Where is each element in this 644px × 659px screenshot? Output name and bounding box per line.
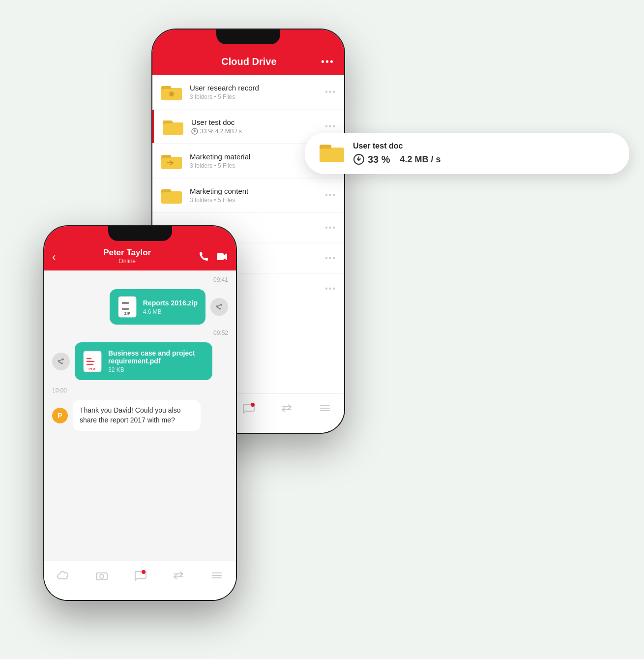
avatar-peter: P [52, 408, 68, 423]
cloud-drive-header: Cloud Drive ••• [152, 51, 344, 75]
file-name-user-research: User research record [190, 84, 318, 92]
cloud-drive-title: Cloud Drive [177, 56, 321, 67]
file-menu-user-test[interactable]: ••• [325, 122, 336, 131]
text-bubble-peter: Thank you David! Could you also share th… [73, 400, 201, 431]
nav-transfer-icon[interactable] [280, 403, 293, 417]
file-meta-user-research: 3 folders • 5 Files [190, 93, 318, 100]
svg-rect-14 [162, 192, 181, 202]
folder-icon-user-research [160, 82, 183, 102]
nav-menu-icon[interactable] [319, 403, 331, 417]
placeholder-dots-1: ••• [325, 223, 336, 232]
svg-text:ZIP: ZIP [124, 311, 131, 316]
chat-timestamp-2: 09:52 [52, 330, 228, 337]
file-item-marketing-content[interactable]: Marketing content 3 folders • 5 Files ••… [152, 179, 344, 212]
share-button-2[interactable] [52, 353, 70, 370]
pdf-file-icon: PDF [83, 351, 102, 372]
nav-menu-icon-front[interactable] [210, 570, 223, 584]
file-name-marketing-material: Marketing material [190, 152, 318, 161]
zip-file-icon: ZIP [117, 296, 137, 318]
notch-front [108, 226, 172, 241]
chat-timestamp-1: 09:41 [52, 276, 228, 284]
nav-chat-icon-front[interactable] [134, 570, 146, 584]
svg-rect-21 [217, 253, 224, 260]
notch-back [216, 30, 280, 44]
chat-message-3: P Thank you David! Could you also share … [52, 400, 228, 431]
zip-file-info: Reports 2016.zip 4.6 MB [143, 299, 198, 315]
tooltip-folder-icon [319, 141, 345, 166]
file-meta-marketing-material: 3 folders • 5 Files [190, 162, 318, 169]
download-circle-icon [353, 153, 365, 165]
svg-rect-7 [164, 123, 182, 133]
file-info-marketing-content: Marketing content 3 folders • 5 Files [190, 187, 318, 204]
header-more-dots[interactable]: ••• [321, 56, 334, 67]
share-button-1[interactable] [210, 298, 228, 316]
file-name-user-test: User test doc [191, 118, 318, 126]
tooltip-percent: 33 % [353, 153, 390, 165]
contact-status: Online [61, 258, 193, 265]
chat-message-1: ZIP Reports 2016.zip 4.6 MB [52, 289, 228, 325]
tooltip-speed: 4.2 MB / s [400, 154, 441, 165]
chat-message-2: PDF Business case and project requiremen… [52, 342, 228, 380]
nav-camera-icon-front[interactable] [95, 570, 108, 584]
chat-body: 09:41 ZIP Reports 2016.zip 4.6 MB [44, 270, 236, 600]
nav-transfer-icon-front[interactable] [172, 570, 185, 584]
placeholder-dots-3: ••• [325, 284, 336, 293]
phone-front: ‹ Peter Taylor Online 09:41 [44, 226, 236, 600]
file-menu-marketing-content[interactable]: ••• [325, 191, 336, 200]
download-icon-small [191, 128, 198, 135]
file-info-marketing-material: Marketing material 3 folders • 5 Files [190, 152, 318, 169]
chat-timestamp-3: 10:00 [52, 387, 228, 395]
tooltip-content: User test doc 33 % 4.2 MB / s [353, 142, 441, 165]
tooltip-stats: 33 % 4.2 MB / s [353, 153, 441, 165]
file-info-user-research: User research record 3 folders • 5 Files [190, 84, 318, 100]
phone-call-icon[interactable] [199, 251, 209, 265]
svg-rect-25 [122, 308, 129, 310]
svg-point-4 [170, 92, 174, 96]
file-bubble-pdf[interactable]: PDF Business case and project requiremen… [75, 342, 212, 380]
file-meta-user-test: 33 % 4.2 MB / s [191, 128, 318, 135]
video-call-icon[interactable] [216, 251, 228, 265]
svg-rect-23 [122, 302, 129, 304]
file-bubble-zip[interactable]: ZIP Reports 2016.zip 4.6 MB [110, 289, 205, 325]
file-info-user-test: User test doc 33 % 4.2 MB / s [191, 118, 318, 135]
folder-icon-marketing-material [160, 151, 183, 171]
file-meta-marketing-content: 3 folders • 5 Files [190, 197, 318, 204]
download-tooltip: User test doc 33 % 4.2 MB / s [305, 133, 629, 174]
nav-cloud-icon-front[interactable] [57, 570, 70, 584]
back-button[interactable]: ‹ [52, 251, 56, 264]
svg-rect-24 [122, 305, 129, 307]
contact-name: Peter Taylor [61, 248, 193, 258]
folder-icon-marketing-content [160, 185, 183, 205]
nav-chat-icon[interactable] [242, 403, 255, 417]
file-item-user-research[interactable]: User research record 3 folders • 5 Files… [152, 75, 344, 109]
bottom-nav-front [44, 561, 236, 600]
svg-text:PDF: PDF [88, 367, 96, 371]
file-name-marketing-content: Marketing content [190, 187, 318, 195]
svg-rect-19 [321, 149, 343, 161]
file-menu-user-research[interactable]: ••• [325, 88, 336, 96]
pdf-file-info: Business case and project requirement.pd… [108, 349, 205, 373]
svg-point-30 [100, 574, 104, 578]
placeholder-dots-2: ••• [325, 254, 336, 263]
chat-header-center: Peter Taylor Online [61, 248, 193, 265]
folder-icon-user-test [162, 117, 184, 136]
tooltip-title: User test doc [353, 142, 441, 150]
chat-header-actions [199, 251, 228, 265]
